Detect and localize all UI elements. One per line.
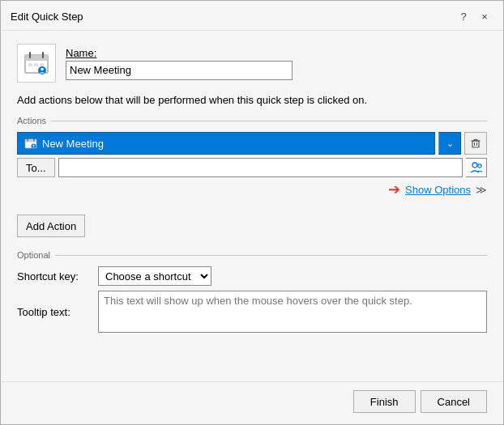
to-input[interactable]: [58, 158, 463, 177]
optional-section: Optional Shortcut key: Choose a shortcut…: [17, 250, 487, 333]
actions-label: Actions: [17, 116, 51, 125]
svg-rect-1: [25, 55, 48, 61]
meeting-icon: [23, 49, 50, 77]
optional-divider: [55, 255, 487, 256]
help-button[interactable]: ?: [455, 7, 472, 25]
add-action-button[interactable]: Add Action: [17, 215, 85, 237]
action-row: New Meeting ⌄: [17, 132, 487, 155]
svg-rect-15: [472, 141, 479, 147]
name-input[interactable]: [66, 61, 293, 80]
to-row: To...: [17, 158, 487, 177]
trash-icon: [470, 138, 481, 149]
action-dropdown[interactable]: New Meeting: [17, 132, 435, 155]
dialog-footer: Finish Cancel: [1, 381, 503, 424]
people-icon: [469, 160, 484, 175]
tooltip-text-label: Tooltip text:: [17, 306, 98, 318]
svg-rect-5: [34, 63, 38, 66]
name-field-group: Name:: [66, 47, 293, 80]
svg-rect-4: [28, 63, 32, 66]
name-section: Name:: [17, 44, 487, 83]
actions-section-header: Actions: [17, 116, 487, 125]
svg-point-23: [477, 164, 481, 168]
actions-divider: [51, 121, 487, 121]
shortcut-select[interactable]: Choose a shortcut CTRL+SHIFT+1 CTRL+SHIF…: [98, 266, 211, 286]
action-meeting-icon: [24, 137, 37, 150]
dialog-content: Name: Add actions below that will be per…: [1, 31, 503, 381]
title-bar-buttons: ? ×: [455, 7, 493, 25]
optional-section-header: Optional: [17, 250, 487, 260]
tooltip-input[interactable]: [98, 291, 487, 333]
action-label: New Meeting: [42, 138, 104, 150]
shortcut-key-label: Shortcut key:: [17, 270, 98, 283]
dialog-title: Edit Quick Step: [11, 11, 83, 23]
optional-label: Optional: [17, 250, 55, 260]
people-picker-button[interactable]: [466, 158, 487, 177]
shortcut-dropdown: Choose a shortcut CTRL+SHIFT+1 CTRL+SHIF…: [98, 266, 228, 286]
edit-quick-step-dialog: Edit Quick Step ? ×: [0, 0, 504, 425]
title-bar: Edit Quick Step ? ×: [1, 1, 503, 31]
close-button[interactable]: ×: [476, 7, 493, 25]
show-options-row: ➔ Show Options ≫: [17, 181, 487, 198]
actions-area: Actions: [17, 116, 487, 206]
show-options-button[interactable]: Show Options: [405, 184, 471, 196]
svg-rect-10: [25, 139, 36, 142]
expand-chevron-icon: ≫: [476, 184, 487, 196]
action-chevron-button[interactable]: ⌄: [438, 132, 461, 155]
name-label: Name:: [66, 47, 293, 59]
action-dropdown-inner: New Meeting: [24, 137, 428, 150]
cancel-button[interactable]: Cancel: [421, 390, 487, 413]
optional-grid: Shortcut key: Choose a shortcut CTRL+SHI…: [17, 266, 487, 333]
svg-point-8: [41, 68, 44, 71]
svg-rect-6: [40, 63, 44, 66]
description-text: Add actions below that will be performed…: [17, 94, 487, 106]
finish-button[interactable]: Finish: [353, 390, 416, 413]
svg-point-22: [472, 163, 477, 168]
delete-action-button[interactable]: [464, 132, 487, 155]
arrow-right-icon: ➔: [388, 181, 400, 198]
quick-step-icon-box: [17, 44, 56, 83]
svg-point-14: [32, 145, 34, 147]
to-button[interactable]: To...: [17, 158, 55, 177]
